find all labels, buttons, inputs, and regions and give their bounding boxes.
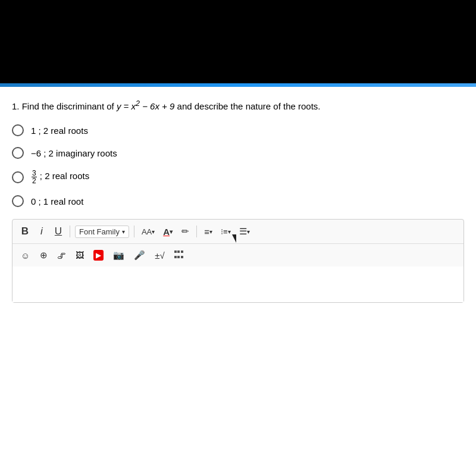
choice-a-label: 1 ; 2 real roots — [31, 126, 88, 136]
font-color-label: A — [163, 227, 170, 237]
choice-d[interactable]: 0 ; 1 real root — [12, 195, 464, 207]
font-size-label: AA — [142, 227, 152, 236]
emoji-icon: ☺ — [21, 250, 30, 261]
align-icon: ≡ — [204, 227, 209, 237]
formula-button[interactable]: ±√ — [152, 249, 167, 262]
list-caret-icon: ▾ — [247, 228, 250, 235]
image-button[interactable]: 🖼 — [73, 249, 86, 262]
divider-2 — [134, 226, 134, 237]
edit-area[interactable] — [12, 267, 464, 302]
fraction-3-2: 3 2 — [32, 170, 37, 184]
italic-button[interactable]: i — [35, 224, 48, 239]
highlight-button[interactable]: ✏ — [178, 225, 192, 238]
radio-a[interactable] — [12, 124, 24, 136]
attachment-button[interactable]: 🖇 — [55, 249, 68, 262]
video-button[interactable]: 📷 — [111, 249, 127, 262]
choice-c[interactable]: 3 2 ; 2 real roots — [12, 170, 464, 184]
font-size-button[interactable]: AA ▾ — [139, 225, 157, 238]
font-family-caret-icon: ▾ — [122, 228, 125, 235]
youtube-icon: ▶ — [93, 250, 104, 261]
list-icon: ☰ — [239, 226, 247, 237]
question-equation: y = x2 − 6x + 9 — [117, 101, 174, 111]
editor-toolbar: B i U Font Family ▾ AA ▾ A ▾ ✏ — [12, 219, 464, 303]
toolbar-row-2: ☺ ⊕ 🖇 🖼 ▶ 📷 🎤 ±√ — [12, 244, 464, 267]
line-spacing-icon: ⁝≡ — [221, 227, 228, 236]
bold-button[interactable]: B — [18, 224, 32, 239]
radio-d[interactable] — [12, 195, 24, 207]
choice-a[interactable]: 1 ; 2 real roots — [12, 124, 464, 136]
main-content: 1. Find the discriminant of y = x2 − 6x … — [0, 87, 476, 476]
top-black-area — [0, 0, 476, 83]
attachment-icon: 🖇 — [57, 250, 66, 261]
table-icon — [174, 250, 184, 260]
choice-b[interactable]: −6 ; 2 imaginary roots — [12, 147, 464, 159]
choice-b-label: −6 ; 2 imaginary roots — [31, 148, 117, 158]
youtube-button[interactable]: ▶ — [91, 249, 106, 262]
font-size-caret-icon: ▾ — [152, 228, 155, 235]
radio-c[interactable] — [12, 171, 24, 183]
font-color-caret-icon: ▾ — [170, 228, 173, 235]
radio-b[interactable] — [12, 147, 24, 159]
line-spacing-caret-icon: ▾ — [228, 228, 231, 235]
align-button[interactable]: ≡ ▾ — [202, 225, 215, 238]
question-tail: and describe the nature of the roots. — [177, 101, 321, 111]
image-icon: 🖼 — [76, 250, 84, 260]
microphone-button[interactable]: 🎤 — [131, 249, 148, 262]
divider-1 — [70, 226, 70, 237]
formula-icon: ±√ — [155, 250, 164, 261]
font-family-button[interactable]: Font Family ▾ — [75, 226, 129, 238]
font-family-label: Font Family — [79, 227, 120, 236]
question-line: 1. Find the discriminant of y = x2 − 6x … — [12, 99, 464, 112]
video-icon: 📷 — [113, 250, 124, 261]
underline-button[interactable]: U — [52, 224, 65, 239]
choice-c-label: 3 2 ; 2 real roots — [31, 170, 89, 184]
cursor-arrow-icon — [232, 234, 236, 243]
line-spacing-button[interactable]: ⁝≡ ▾ — [218, 225, 233, 238]
font-color-button[interactable]: A ▾ — [161, 225, 175, 238]
link-button[interactable]: ⊕ — [37, 249, 50, 262]
emoji-button[interactable]: ☺ — [18, 249, 32, 262]
toolbar-row-1: B i U Font Family ▾ AA ▾ A ▾ ✏ — [12, 220, 464, 244]
list-button[interactable]: ☰ ▾ — [237, 225, 252, 238]
question-number: 1. — [12, 101, 20, 111]
microphone-icon: 🎤 — [134, 250, 145, 261]
highlight-icon: ✏ — [181, 226, 189, 237]
choice-d-label: 0 ; 1 real root — [31, 196, 83, 206]
align-caret-icon: ▾ — [209, 228, 212, 235]
divider-3 — [196, 226, 197, 237]
table-button[interactable] — [172, 249, 186, 262]
question-intro: Find the discriminant of — [22, 101, 117, 111]
link-icon: ⊕ — [40, 250, 48, 261]
